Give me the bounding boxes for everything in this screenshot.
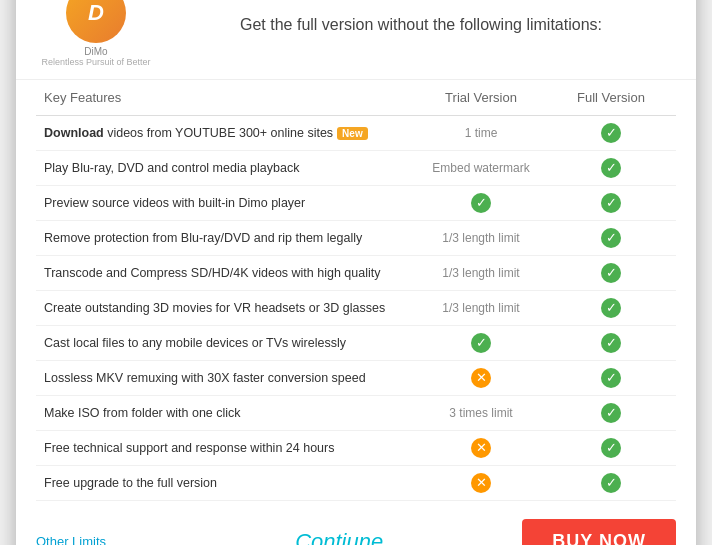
check-icon: ✓ [601,123,621,143]
trial-value: ✓ [416,186,546,221]
check-icon: ✓ [601,263,621,283]
feature-bold-text: Download [44,126,104,140]
full-value: ✓ [546,466,676,501]
check-icon: ✓ [601,298,621,318]
feature-text: Make ISO from folder with one click [36,396,416,431]
check-icon: ✓ [601,438,621,458]
cross-icon: ✕ [471,473,491,493]
upgrade-dialog: ✕ D DiMo Relentless Pursuit of Better Ge… [16,0,696,545]
full-value: ✓ [546,256,676,291]
other-limits-link[interactable]: Other Limits [36,534,156,545]
full-value: ✓ [546,116,676,151]
table-row: Free technical support and response with… [36,431,676,466]
dialog-footer: Other Limits Contiune BUY NOW [16,505,696,545]
table-header-row: Key Features Trial Version Full Version [36,80,676,116]
table-row: Download videos from YOUTUBE 300+ online… [36,116,676,151]
full-value: ✓ [546,221,676,256]
feature-text: Remove protection from Blu-ray/DVD and r… [36,221,416,256]
trial-value: 1 time [416,116,546,151]
logo-circle: D [66,0,126,43]
table-row: Create outstanding 3D movies for VR head… [36,291,676,326]
check-icon: ✓ [601,158,621,178]
check-icon: ✓ [471,333,491,353]
feature-text: Free technical support and response with… [36,431,416,466]
feature-text: videos from YOUTUBE 300+ online sites [104,126,333,140]
table-row: Play Blu-ray, DVD and control media play… [36,151,676,186]
check-icon: ✓ [601,403,621,423]
header-title: Get the full version without the followi… [156,16,676,34]
full-value: ✓ [546,361,676,396]
feature-text: Transcode and Compress SD/HD/4K videos w… [36,256,416,291]
col-full: Full Version [546,80,676,116]
new-badge: New [337,127,368,140]
full-value: ✓ [546,396,676,431]
table-row: Transcode and Compress SD/HD/4K videos w… [36,256,676,291]
table-row: Remove protection from Blu-ray/DVD and r… [36,221,676,256]
check-icon: ✓ [601,473,621,493]
feature-text: Free upgrade to the full version [36,466,416,501]
feature-text: Cast local files to any mobile devices o… [36,326,416,361]
trial-value: 1/3 length limit [416,291,546,326]
full-value: ✓ [546,291,676,326]
col-trial: Trial Version [416,80,546,116]
trial-value: ✕ [416,361,546,396]
full-value: ✓ [546,326,676,361]
check-icon: ✓ [601,193,621,213]
trial-value: ✕ [416,431,546,466]
logo-subtext: DiMo Relentless Pursuit of Better [41,46,150,67]
trial-value: 3 times limit [416,396,546,431]
check-icon: ✓ [471,193,491,213]
feature-text: Play Blu-ray, DVD and control media play… [36,151,416,186]
cross-icon: ✕ [471,368,491,388]
full-value: ✓ [546,186,676,221]
full-value: ✓ [546,431,676,466]
cross-icon: ✕ [471,438,491,458]
trial-value: ✓ [416,326,546,361]
features-table: Key Features Trial Version Full Version … [36,80,676,501]
trial-value: ✕ [416,466,546,501]
table-row: Lossless MKV remuxing with 30X faster co… [36,361,676,396]
check-icon: ✓ [601,368,621,388]
logo-icon: D [88,0,104,26]
trial-value: 1/3 length limit [416,256,546,291]
table-row: Free upgrade to the full version✕✓ [36,466,676,501]
feature-text: Create outstanding 3D movies for VR head… [36,291,416,326]
feature-text: Preview source videos with built-in Dimo… [36,186,416,221]
logo-area: D DiMo Relentless Pursuit of Better [36,0,156,67]
buy-now-button[interactable]: BUY NOW [522,519,676,545]
features-table-area: Key Features Trial Version Full Version … [16,80,696,501]
table-row: Cast local files to any mobile devices o… [36,326,676,361]
dialog-header: D DiMo Relentless Pursuit of Better Get … [16,0,696,80]
trial-value: Embed watermark [416,151,546,186]
col-features: Key Features [36,80,416,116]
check-icon: ✓ [601,228,621,248]
check-icon: ✓ [601,333,621,353]
feature-text: Lossless MKV remuxing with 30X faster co… [36,361,416,396]
trial-value: 1/3 length limit [416,221,546,256]
table-row: Preview source videos with built-in Dimo… [36,186,676,221]
table-row: Make ISO from folder with one click3 tim… [36,396,676,431]
continue-button[interactable]: Contiune [156,529,522,546]
full-value: ✓ [546,151,676,186]
